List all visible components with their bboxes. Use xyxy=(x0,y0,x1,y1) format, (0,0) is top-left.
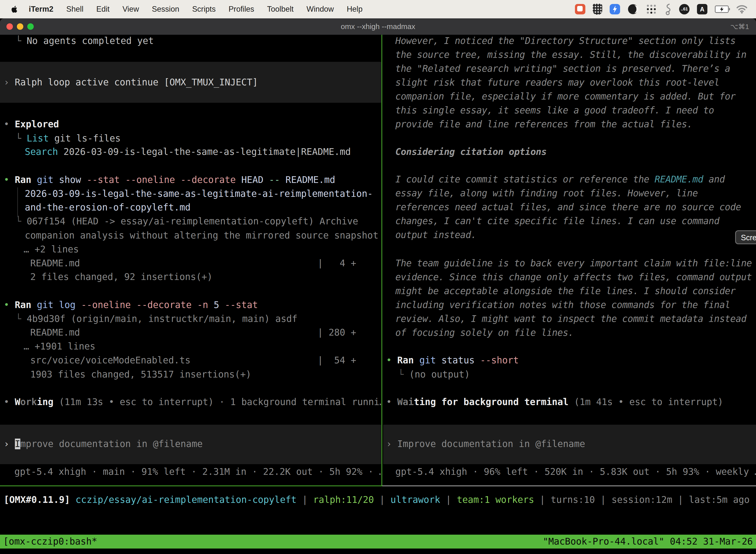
thinking-text: review. Also, I might want to inspect th… xyxy=(395,313,746,325)
menu-item-shell[interactable]: Shell xyxy=(60,5,90,14)
terminal-line: 2 files changed, 92 insertions(+) xyxy=(30,271,212,283)
wifi-icon[interactable] xyxy=(736,5,748,14)
thinking-text: essay file, along with finding root file… xyxy=(395,188,698,199)
menu-item-profiles[interactable]: Profiles xyxy=(222,5,260,14)
model-status-right: gpt-5.4 xhigh · 96% left · 520K in · 5.8… xyxy=(395,466,756,478)
menu-item-view[interactable]: View xyxy=(116,5,145,14)
thinking-text: provide file and line references from th… xyxy=(395,119,693,130)
terminal-line: └ 4b9d30f (origin/main, instructkr/main,… xyxy=(16,313,297,325)
window-title: omx --xhigh --madmax xyxy=(0,22,756,31)
chat-icon[interactable] xyxy=(575,4,585,14)
thinking-text: However, I noticed the "Directory Struct… xyxy=(395,35,736,47)
pane-divider[interactable] xyxy=(381,35,382,486)
dark-mode-icon[interactable] xyxy=(628,4,638,15)
menu-item-edit[interactable]: Edit xyxy=(90,5,116,14)
thinking-text: the source tree, missing the essay. Stil… xyxy=(395,49,746,61)
badge-61-icon[interactable]: ..61 xyxy=(679,4,690,14)
thinking-text: slight risk that future readers may over… xyxy=(395,77,719,88)
thinking-text: the "Related research writing" section i… xyxy=(395,63,730,74)
terminal-line: README.md | 4 + xyxy=(30,258,356,269)
terminal-line: 2026-03-09-is-legal-the-same-as-legitima… xyxy=(25,188,373,200)
tmux-pane-right: However, I noticed the "Directory Struct… xyxy=(383,35,756,486)
macos-menu-bar: iTerm2 Shell Edit View Session Scripts P… xyxy=(0,0,756,18)
thinking-text: I could cite commit statistics or refere… xyxy=(395,174,725,185)
thinking-text: evidence. Since this change only affects… xyxy=(395,272,752,283)
terminal-line: Search 2026-03-09-is-legal-the-same-as-l… xyxy=(25,146,351,158)
menu-item-window[interactable]: Window xyxy=(300,5,340,14)
terminal-line: └ List git ls-files xyxy=(16,133,121,144)
pane-bottom-border-right xyxy=(382,486,756,486)
pane-bottom-border-left xyxy=(0,486,382,486)
menu-item-session[interactable]: Session xyxy=(145,5,186,14)
prompt-input-left-text[interactable]: › Improve documentation in @filename xyxy=(4,438,203,450)
terminal-line: src/voice/voiceModeEnabled.ts | 54 + xyxy=(30,355,356,366)
dots-grid-icon[interactable] xyxy=(646,4,657,15)
terminal-line: 1903 files changed, 513517 insertions(+) xyxy=(30,369,251,380)
thinking-text: companion file, especially if more comme… xyxy=(395,91,736,102)
window-shortcut-badge: ⌥⌘1 xyxy=(730,22,749,31)
thinking-text: this single essay, it seems like a good … xyxy=(395,105,714,116)
tmux-status-bar: [omx-cczip0:bash* "MacBook-Pro-44.local"… xyxy=(0,535,756,549)
hex-bolt-icon[interactable] xyxy=(610,4,620,14)
terminal-line: … +1901 lines xyxy=(23,341,96,352)
terminal-line: └ 067f154 (HEAD -> essay/ai-reimplementa… xyxy=(16,216,358,227)
keyboard-a-icon[interactable]: A xyxy=(697,4,707,14)
battery-icon[interactable] xyxy=(715,5,729,13)
menu-item-scripts[interactable]: Scripts xyxy=(186,5,222,14)
menu-item-toolbelt[interactable]: Toolbelt xyxy=(261,5,300,14)
thinking-text: references need actual files, and since … xyxy=(395,202,741,213)
thinking-text: The team guideline is to back every impo… xyxy=(395,258,752,269)
omx-status-bar: [OMX#0.11.9] cczip/essay/ai-reimplementa… xyxy=(4,494,750,506)
terminal-line: … +2 lines xyxy=(23,244,79,255)
ran-git-show-line: • Ran git show --stat --oneline --decora… xyxy=(4,174,335,186)
menu-item-help[interactable]: Help xyxy=(340,5,369,14)
thinking-text: output instead. xyxy=(395,229,477,241)
tmux-pane-left: └ No agents completed yet › Ralph loop a… xyxy=(0,35,381,486)
working-status-line: • Working (11m 13s • esc to interrupt) ·… xyxy=(4,396,381,408)
explored-header: • Explored xyxy=(4,119,59,130)
thinking-text: changes, I can't cite specific file line… xyxy=(395,215,719,227)
thinking-text: including verification notes with those … xyxy=(395,299,730,311)
terminal-line: and-the-erosion-of-copyleft.md xyxy=(25,202,190,213)
waiting-status-line: • Waiting for background terminal (1m 41… xyxy=(386,396,723,408)
terminal-line: README.md | 280 + xyxy=(30,327,356,338)
tree-guide-line xyxy=(17,187,18,217)
model-status-left: gpt-5.4 xhigh · main · 91% left · 2.31M … xyxy=(14,466,381,478)
terminal-line: └ (no output) xyxy=(398,369,470,380)
ran-git-status-line: • Ran git status --short xyxy=(386,355,519,366)
terminal-line: companion analysis without altering the … xyxy=(25,230,378,241)
menu-item-iterm2[interactable]: iTerm2 xyxy=(22,5,60,14)
ran-git-log-line: • Ran git log --oneline --decorate -n 5 … xyxy=(4,299,258,311)
prompt-input-right-text[interactable]: › Improve documentation in @filename xyxy=(386,438,585,450)
ralph-loop-text: › Ralph loop active continue [OMX_TMUX_I… xyxy=(4,77,258,88)
thinking-text: of focusing solely on file lines. xyxy=(395,327,574,339)
apple-menu[interactable] xyxy=(10,5,19,13)
hook-icon[interactable] xyxy=(664,3,672,15)
thinking-text: might be acceptable alongside the file l… xyxy=(395,285,736,297)
thinking-heading: Considering citation options xyxy=(395,146,547,158)
window-title-bar: omx --xhigh --madmax ⌥⌘1 xyxy=(0,18,756,35)
tmux-session-label: [omx-cczip0:bash* xyxy=(3,535,97,549)
shield-grid-icon[interactable] xyxy=(593,4,602,15)
terminal-line: └ No agents completed yet xyxy=(16,35,154,47)
tmux-host-clock: "MacBook-Pro-44.local" 04:52 31-Mar-26 xyxy=(543,535,753,549)
apple-icon xyxy=(10,5,19,13)
screen-tooltip: Scre xyxy=(735,230,756,244)
